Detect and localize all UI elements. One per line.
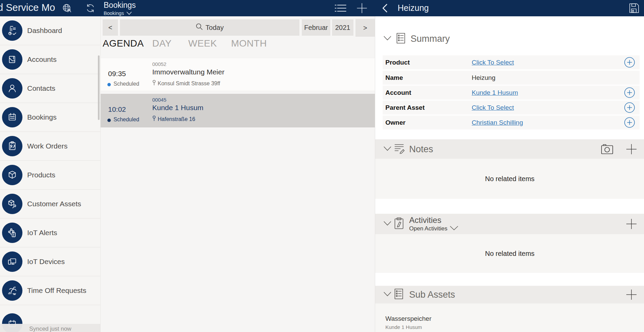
activities-text-block: Activities Open Activities [409, 215, 458, 232]
form-row-owner: Owner Christian Schilling [383, 116, 640, 129]
event-title: Kunde 1 Husum [152, 104, 204, 112]
activities-empty-state: No related items [375, 234, 644, 273]
parent-asset-select-link[interactable]: Click To Select [472, 104, 514, 111]
field-label: Account [385, 89, 411, 97]
sidebar-item-label: Contacts [27, 84, 55, 92]
sidebar-item-label: Work Orders [27, 142, 68, 150]
sidebar-item-customer-assets[interactable]: Customer Assets [0, 190, 101, 219]
account-link[interactable]: Kunde 1 Husum [472, 89, 518, 97]
field-label: Owner [385, 119, 405, 126]
prev-period-button[interactable]: < [103, 19, 118, 36]
add-activity-icon[interactable] [626, 218, 637, 230]
activities-section-header[interactable]: Activities Open Activities [375, 214, 644, 234]
page-title: Bookings [104, 1, 136, 10]
tab-day[interactable]: DAY [152, 38, 172, 49]
sidebar-scrollbar[interactable] [98, 55, 100, 120]
sub-asset-account: Kunde 1 Husum [385, 324, 422, 330]
sidebar-item-label: Dashboard [27, 27, 62, 35]
refresh-icon[interactable] [86, 3, 95, 14]
sidebar-item-work-orders[interactable]: Work Orders [0, 132, 101, 161]
activities-filter-dropdown[interactable]: Open Activities [409, 225, 458, 232]
sidebar-item-accounts[interactable]: Accounts [0, 45, 101, 74]
event-location: Hafenstraße 16 [152, 116, 195, 123]
sidebar-item-label: Bookings [27, 113, 56, 121]
add-circle-icon[interactable] [624, 102, 635, 113]
sidebar-item-label: IoT Alerts [27, 229, 57, 237]
month-button[interactable]: Februar [302, 19, 330, 36]
record-detail-panel: Summary Product Click To Select Name Hei… [375, 16, 644, 332]
save-icon[interactable] [629, 3, 639, 15]
sub-assets-document-icon [394, 289, 403, 301]
sidebar-item-time-off-requests[interactable]: Time Off Requests [0, 276, 101, 305]
sidebar-item-label: IoT Devices [27, 258, 65, 266]
sub-asset-name: Wasserspeicher [385, 315, 432, 322]
sidebar-nav: Dashboard Accounts Contacts Bookings Wor… [0, 16, 101, 332]
sidebar-item-products[interactable]: Products [0, 161, 101, 190]
search-icon [196, 23, 203, 32]
sub-asset-list-item[interactable]: Wasserspeicher Kunde 1 Husum [375, 303, 644, 332]
tab-agenda[interactable]: AGENDA [103, 38, 144, 49]
tab-week[interactable]: WEEK [188, 38, 217, 49]
calendar-panel: < Today Februar 2021 > AGENDA DAY WEEK M… [101, 16, 375, 332]
add-icon[interactable] [356, 3, 367, 15]
sidebar-item-iot-devices[interactable]: IoT Devices [0, 247, 101, 276]
globe-user-icon[interactable] [62, 3, 72, 14]
field-label: Parent Asset [385, 104, 424, 111]
event-status: Scheduled [114, 117, 139, 123]
time-off-palm-icon [2, 280, 22, 301]
event-number: 00045 [152, 97, 167, 103]
view-selector-dropdown[interactable]: Bookings [104, 11, 136, 16]
chevron-down-icon [450, 225, 458, 232]
name-value[interactable]: Heizung [472, 74, 495, 82]
add-circle-icon[interactable] [624, 87, 635, 98]
chevron-down-icon [384, 146, 391, 152]
activities-filter-label: Open Activities [409, 225, 447, 232]
today-search-button[interactable]: Today [120, 19, 299, 36]
notes-section-header[interactable]: Notes [375, 139, 644, 159]
tab-month[interactable]: MONTH [231, 38, 267, 49]
notes-empty-state: No related items [375, 159, 644, 199]
sidebar-item-contacts[interactable]: Contacts [0, 74, 101, 103]
form-row-name: Name Heizung [383, 71, 640, 85]
add-circle-icon[interactable] [624, 117, 635, 128]
sync-status-text: Synced just now [29, 326, 71, 332]
owner-link[interactable]: Christian Schilling [472, 119, 523, 126]
field-label: Product [385, 59, 410, 66]
status-dot [107, 119, 111, 122]
location-pin-icon [152, 80, 156, 87]
sidebar-item-iot-alerts[interactable]: IoT Alerts [0, 219, 101, 247]
sidebar-item-label: Products [27, 171, 55, 179]
summary-section-header[interactable]: Summary [375, 31, 644, 46]
next-period-button[interactable]: > [355, 19, 375, 37]
year-button[interactable]: 2021 [332, 19, 353, 36]
sidebar-item-dashboard[interactable]: Dashboard [0, 16, 101, 45]
add-sub-asset-icon[interactable] [626, 289, 637, 300]
add-note-icon[interactable] [626, 143, 637, 155]
status-dot [107, 83, 111, 86]
list-view-icon[interactable] [335, 4, 346, 14]
add-circle-icon[interactable] [624, 57, 635, 68]
agenda-event-row[interactable]: 09:35 Scheduled 00052 Immoverwaltung Mei… [101, 58, 375, 91]
record-title: Heizung [398, 3, 429, 13]
products-cube-icon [2, 165, 22, 185]
top-app-bar: d Service Mo Bookings Bookings [0, 0, 644, 16]
camera-icon[interactable] [601, 144, 613, 154]
iot-devices-icon [2, 251, 22, 272]
event-status: Scheduled [114, 81, 139, 87]
app-title: d Service Mo [0, 2, 55, 13]
event-time: 10:02 [108, 105, 126, 113]
back-icon[interactable] [382, 4, 388, 14]
sidebar-item-bookings[interactable]: Bookings [0, 103, 101, 132]
notes-icon [394, 143, 405, 155]
sub-assets-section-header[interactable]: Sub Assets [375, 286, 644, 303]
customer-assets-icon [2, 194, 22, 214]
notes-section-title: Notes [409, 144, 433, 154]
sub-assets-section-title: Sub Assets [409, 290, 455, 300]
chevron-down-icon [126, 11, 132, 16]
event-number: 00052 [152, 61, 167, 67]
sidebar-item-label: Customer Assets [27, 200, 81, 208]
product-select-link[interactable]: Click To Select [472, 59, 514, 66]
chevron-down-icon [384, 221, 391, 227]
agenda-event-row-selected[interactable]: 10:02 Scheduled 00045 Kunde 1 Husum Hafe… [101, 94, 375, 127]
chevron-down-icon [384, 36, 391, 42]
